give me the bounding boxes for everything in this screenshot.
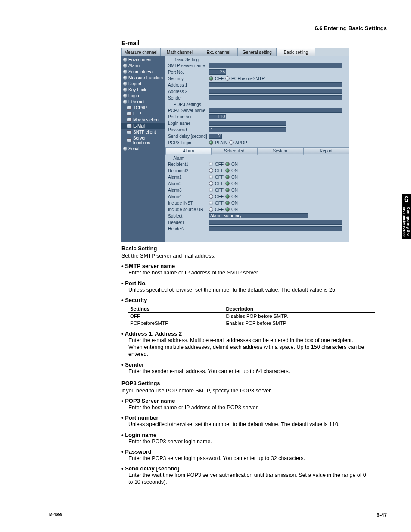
label: ON <box>231 188 238 193</box>
th-settings: Settings <box>128 305 224 312</box>
alarm4-on-radio[interactable] <box>225 194 230 199</box>
sub-tab-system[interactable]: System <box>257 147 303 155</box>
doc-basic-setting-para: Set the SMTP server and mail address. <box>121 252 368 259</box>
radio-icon <box>123 82 127 86</box>
login-name-input[interactable] <box>209 121 286 126</box>
header1-input[interactable] <box>209 220 342 225</box>
tab-basic-setting[interactable]: Basic setting <box>277 48 315 56</box>
label: ON <box>231 168 238 173</box>
bullet-security: Security <box>121 297 368 303</box>
header2-input[interactable] <box>209 226 342 231</box>
group-alarm-title: — Alarm ————————————————————————————————… <box>165 155 349 161</box>
sidebar-item-email[interactable]: E-Mail <box>121 123 165 129</box>
label-header2: Header2 <box>168 227 209 231</box>
tab-general-setting[interactable]: General setting <box>238 48 277 56</box>
text-send-delay: Enter the wait time from POP3 server aut… <box>128 472 368 486</box>
include-url-on-radio[interactable] <box>225 207 230 212</box>
sub-tab-bar: Alarm Scheduled System Report <box>165 147 349 155</box>
sidebar-nav: Environment Alarm Scan Interval Measure … <box>121 56 165 242</box>
sidebar-item-tcpip[interactable]: TCP/IP <box>121 105 165 111</box>
alarm2-on-radio[interactable] <box>225 181 230 186</box>
sidebar-item-login[interactable]: Login <box>121 93 165 99</box>
label-security: Security <box>168 76 209 81</box>
include-inst-on-radio[interactable] <box>225 201 230 205</box>
label: OFF <box>215 175 224 180</box>
text-sender: Enter the sender e-mail address. You can… <box>128 368 368 375</box>
sidebar-item-ftp[interactable]: FTP <box>121 111 165 117</box>
sub-tab-report[interactable]: Report <box>303 147 349 155</box>
address1-input[interactable] <box>209 82 342 87</box>
alarm3-on-radio[interactable] <box>225 188 230 192</box>
label: FTP <box>133 112 141 116</box>
radio-icon <box>123 64 127 68</box>
address2-input[interactable] <box>209 89 342 94</box>
sidebar-item-modbus-client[interactable]: Modbus client <box>121 117 165 123</box>
pop3login-apop-radio[interactable] <box>229 140 234 145</box>
folder-icon <box>127 138 132 142</box>
alarm1-off-radio[interactable] <box>209 175 213 179</box>
label-alarm3: Alarm3 <box>168 188 209 193</box>
label: ON <box>231 194 238 199</box>
text-pop3-server-name: Enter the host name or IP address of the… <box>128 404 368 411</box>
bullet-address: Address 1, Address 2 <box>121 330 368 337</box>
label: SNTP client <box>133 130 156 134</box>
running-header: 6.6 Entering Basic Settings <box>314 25 387 31</box>
sidebar-item-serial[interactable]: Serial <box>121 146 165 152</box>
security-popbeforesmtp-radio[interactable] <box>225 76 230 81</box>
sub-tab-alarm[interactable]: Alarm <box>165 147 212 155</box>
sidebar-item-ethernet[interactable]: Ethernet <box>121 99 165 105</box>
alarm4-off-radio[interactable] <box>209 194 213 199</box>
pop3-server-input[interactable] <box>209 108 342 113</box>
sender-input[interactable] <box>209 95 342 100</box>
footer-left: M-4659 <box>49 512 62 518</box>
sidebar-item-sntp-client[interactable]: SNTP client <box>121 129 165 135</box>
include-inst-off-radio[interactable] <box>209 201 213 205</box>
label: OFF <box>215 207 224 212</box>
sidebar-item-alarm[interactable]: Alarm <box>121 62 165 68</box>
recipient1-off-radio[interactable] <box>209 162 213 166</box>
bullet-login-name: Login name <box>121 432 368 438</box>
include-url-off-radio[interactable] <box>209 207 213 212</box>
alarm3-off-radio[interactable] <box>209 188 213 192</box>
tab-math-channel[interactable]: Math channel <box>160 48 199 56</box>
port-no-input[interactable]: 25 <box>209 69 226 75</box>
footer-right: 6-47 <box>377 512 387 518</box>
sidebar-item-environment[interactable]: Environment <box>121 56 165 62</box>
group-pop3-title: — POP3 settings ————————————————————————… <box>165 101 349 107</box>
pop3-port-input[interactable]: 110 <box>209 114 226 119</box>
recipient1-on-radio[interactable] <box>225 162 230 166</box>
smtp-server-input[interactable] <box>209 63 342 68</box>
security-settings-table: SettingsDescription OFFDisables POP befo… <box>128 305 375 327</box>
pop3login-plain-radio[interactable] <box>209 140 213 145</box>
sidebar-item-server-functions[interactable]: Server functions <box>121 135 165 146</box>
label: Serial <box>128 146 140 151</box>
label-smtp-server: SMTP server name <box>168 63 209 68</box>
tab-measure-channel[interactable]: Measure channel <box>121 48 160 56</box>
group-basic-setting-title: — Basic Setting ————————————————————————… <box>165 56 349 62</box>
doc-pop3-para: If you need to use POP before SMTP, spec… <box>121 387 368 394</box>
sidebar-item-report[interactable]: Report <box>121 81 165 87</box>
folder-icon <box>127 106 132 110</box>
tab-ext-channel[interactable]: Ext. channel <box>199 48 238 56</box>
td-popbeforesmtp: POPbeforeSMTP <box>128 320 224 327</box>
page-footer: M-4659 6-47 <box>49 512 387 518</box>
label: APOP <box>235 140 247 145</box>
alarm2-off-radio[interactable] <box>209 181 213 186</box>
sidebar-item-measure-function[interactable]: Measure Function <box>121 75 165 81</box>
recipient2-off-radio[interactable] <box>209 168 213 173</box>
sub-tab-scheduled[interactable]: Scheduled <box>212 147 258 155</box>
sidebar-item-scan-interval[interactable]: Scan Interval <box>121 68 165 75</box>
label: Alarm <box>128 63 140 68</box>
recipient2-on-radio[interactable] <box>225 168 230 173</box>
sidebar-item-key-lock[interactable]: Key Lock <box>121 87 165 93</box>
subject-input[interactable]: Alarm_summary <box>209 213 308 218</box>
password-input[interactable]: * <box>209 127 286 132</box>
send-delay-input[interactable]: 2 <box>209 134 222 139</box>
alarm1-on-radio[interactable] <box>225 175 230 179</box>
radio-icon <box>123 70 127 74</box>
folder-icon <box>127 124 132 128</box>
td-off: OFF <box>128 312 224 320</box>
folder-icon <box>127 112 132 116</box>
security-off-radio[interactable] <box>209 76 213 81</box>
label: ON <box>231 207 238 212</box>
